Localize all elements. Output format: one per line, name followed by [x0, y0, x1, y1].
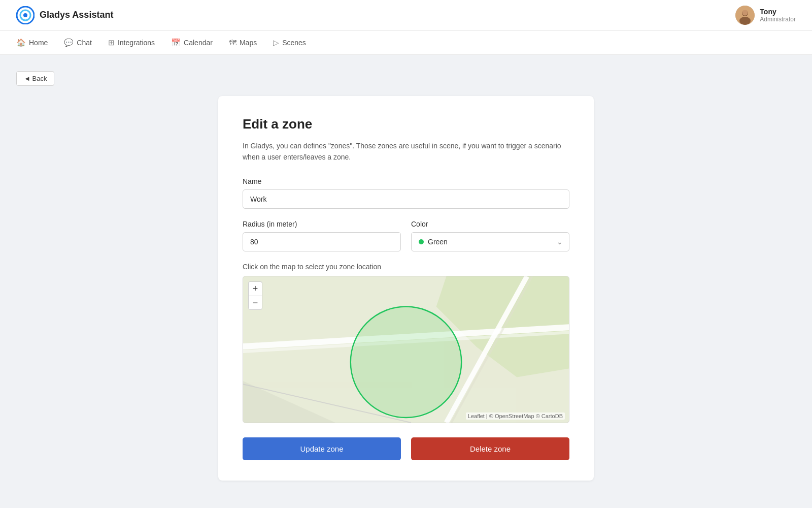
calendar-icon: 📅: [171, 38, 181, 47]
nav-item-maps[interactable]: 🗺 Maps: [229, 36, 257, 49]
nav-label-calendar: Calendar: [184, 39, 213, 47]
svg-point-6: [742, 10, 748, 15]
nav-label-integrations: Integrations: [118, 39, 155, 47]
map-zoom-controls: + −: [248, 281, 262, 310]
user-name: Tony: [760, 8, 776, 16]
map-attribution: Leaflet | © OpenStreetMap © CartoDB: [466, 412, 565, 420]
zoom-in-button[interactable]: +: [248, 281, 262, 296]
avatar: [735, 6, 755, 25]
edit-zone-card: Edit a zone In Gladys, you can defines "…: [218, 96, 594, 481]
nav-item-home[interactable]: 🏠 Home: [16, 36, 48, 49]
home-icon: 🏠: [16, 38, 26, 47]
main-content: ◄ Back Edit a zone In Gladys, you can de…: [0, 55, 812, 497]
map-container[interactable]: + − Leaflet | © OpenStreetMap © CartoDB: [243, 276, 569, 423]
map-background: [243, 276, 569, 423]
radius-color-row: Radius (in meter) Color Green ⌄: [243, 220, 569, 251]
back-button[interactable]: ◄ Back: [16, 71, 54, 86]
page-title: Edit a zone: [243, 116, 569, 132]
integrations-icon: ⊞: [108, 38, 115, 47]
chevron-down-icon: ⌄: [557, 238, 563, 246]
user-info: Tony Administrator: [760, 8, 796, 23]
name-input[interactable]: [243, 189, 569, 209]
app-title: Gladys Assistant: [40, 10, 113, 20]
radius-input[interactable]: [243, 232, 401, 251]
logo-area: Gladys Assistant: [16, 6, 113, 24]
user-role: Administrator: [760, 16, 796, 23]
svg-point-15: [351, 306, 461, 417]
nav-item-scenes[interactable]: ▷ Scenes: [273, 36, 306, 49]
nav-item-chat[interactable]: 💬 Chat: [64, 36, 92, 49]
nav-label-chat: Chat: [77, 39, 92, 47]
user-area: Tony Administrator: [735, 6, 796, 25]
delete-zone-button[interactable]: Delete zone: [411, 437, 569, 460]
action-row: Update zone Delete zone: [243, 437, 569, 460]
header: Gladys Assistant Tony Administrator: [0, 0, 812, 30]
chat-icon: 💬: [64, 38, 74, 47]
scenes-icon: ▷: [273, 38, 279, 47]
color-label: Color: [411, 220, 569, 228]
maps-icon: 🗺: [229, 38, 236, 47]
color-value: Green: [428, 238, 448, 246]
name-field-group: Name: [243, 177, 569, 209]
page-description: In Gladys, you can defines "zones". Thos…: [243, 140, 569, 163]
radius-field-group: Radius (in meter): [243, 220, 401, 251]
nav-label-home: Home: [29, 39, 48, 47]
color-dot-green: [419, 239, 424, 244]
map-instruction: Click on the map to select you zone loca…: [243, 263, 569, 271]
navigation: 🏠 Home 💬 Chat ⊞ Integrations 📅 Calendar …: [0, 30, 812, 55]
nav-label-maps: Maps: [240, 39, 257, 47]
logo-icon: [16, 6, 35, 24]
radius-label: Radius (in meter): [243, 220, 401, 228]
name-label: Name: [243, 177, 569, 185]
nav-label-scenes: Scenes: [282, 39, 306, 47]
svg-point-2: [23, 13, 27, 17]
color-select[interactable]: Green ⌄: [411, 232, 569, 251]
color-select-wrapper: Green ⌄: [411, 232, 569, 251]
nav-item-calendar[interactable]: 📅 Calendar: [171, 36, 213, 49]
zoom-out-button[interactable]: −: [248, 296, 262, 310]
update-zone-button[interactable]: Update zone: [243, 437, 401, 460]
svg-point-5: [739, 17, 751, 25]
nav-item-integrations[interactable]: ⊞ Integrations: [108, 36, 155, 49]
color-field-group: Color Green ⌄: [411, 220, 569, 251]
